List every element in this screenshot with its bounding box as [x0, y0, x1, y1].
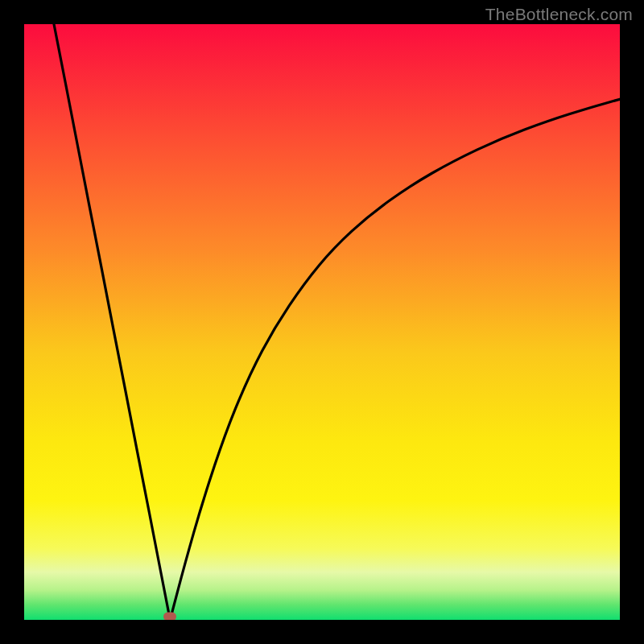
watermark-text: TheBottleneck.com — [485, 5, 633, 24]
chart-frame: TheBottleneck.com — [0, 0, 644, 644]
plot-area — [24, 24, 620, 620]
optimum-marker — [163, 612, 176, 620]
bottleneck-curve — [24, 24, 620, 620]
